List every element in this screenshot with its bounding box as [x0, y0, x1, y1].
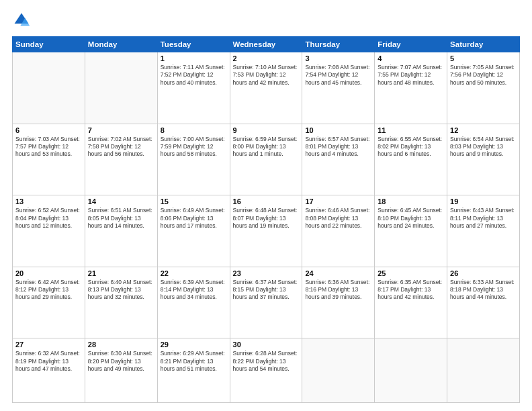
logo-icon [12, 11, 31, 30]
calendar-cell: 16Sunrise: 6:48 AM Sunset: 8:07 PM Dayli… [230, 195, 302, 267]
day-number: 17 [305, 197, 371, 205]
calendar-cell: 1Sunrise: 7:11 AM Sunset: 7:52 PM Daylig… [157, 52, 230, 124]
day-info: Sunrise: 6:49 AM Sunset: 8:06 PM Dayligh… [161, 207, 227, 230]
calendar-cell: 8Sunrise: 7:00 AM Sunset: 7:59 PM Daylig… [157, 124, 230, 195]
weekday-header-monday: Monday [85, 37, 157, 52]
calendar-cell: 18Sunrise: 6:45 AM Sunset: 8:10 PM Dayli… [375, 195, 447, 267]
day-number: 15 [161, 197, 227, 205]
day-info: Sunrise: 6:42 AM Sunset: 8:12 PM Dayligh… [15, 279, 82, 302]
day-info: Sunrise: 7:11 AM Sunset: 7:52 PM Dayligh… [161, 64, 227, 87]
day-number: 20 [15, 269, 82, 277]
calendar-cell [375, 338, 447, 403]
day-number: 4 [378, 54, 444, 62]
calendar-cell: 4Sunrise: 7:07 AM Sunset: 7:55 PM Daylig… [375, 52, 447, 124]
day-info: Sunrise: 6:54 AM Sunset: 8:03 PM Dayligh… [450, 136, 517, 158]
day-number: 11 [378, 126, 444, 134]
calendar-week-row: 13Sunrise: 6:52 AM Sunset: 8:04 PM Dayli… [13, 195, 520, 267]
calendar-cell: 19Sunrise: 6:43 AM Sunset: 8:11 PM Dayli… [447, 195, 520, 267]
calendar-cell: 13Sunrise: 6:52 AM Sunset: 8:04 PM Dayli… [13, 195, 85, 267]
weekday-header-saturday: Saturday [447, 37, 520, 52]
day-info: Sunrise: 7:05 AM Sunset: 7:56 PM Dayligh… [450, 64, 517, 87]
day-number: 24 [305, 269, 371, 277]
day-info: Sunrise: 6:51 AM Sunset: 8:05 PM Dayligh… [88, 207, 154, 230]
weekday-header-tuesday: Tuesday [157, 37, 230, 52]
day-info: Sunrise: 6:55 AM Sunset: 8:02 PM Dayligh… [378, 136, 444, 158]
calendar-cell: 27Sunrise: 6:32 AM Sunset: 8:19 PM Dayli… [13, 338, 85, 403]
calendar-week-row: 6Sunrise: 7:03 AM Sunset: 7:57 PM Daylig… [13, 124, 520, 195]
day-number: 16 [233, 197, 300, 205]
day-info: Sunrise: 7:03 AM Sunset: 7:57 PM Dayligh… [15, 136, 82, 158]
day-number: 27 [15, 340, 82, 349]
day-number: 10 [305, 126, 371, 134]
day-number: 3 [305, 54, 371, 62]
calendar-cell: 7Sunrise: 7:02 AM Sunset: 7:58 PM Daylig… [85, 124, 157, 195]
day-info: Sunrise: 6:45 AM Sunset: 8:10 PM Dayligh… [378, 207, 444, 230]
day-info: Sunrise: 6:39 AM Sunset: 8:14 PM Dayligh… [161, 279, 227, 302]
calendar-cell: 24Sunrise: 6:36 AM Sunset: 8:16 PM Dayli… [302, 267, 375, 338]
weekday-header-sunday: Sunday [13, 37, 85, 52]
calendar-cell: 14Sunrise: 6:51 AM Sunset: 8:05 PM Dayli… [85, 195, 157, 267]
calendar-cell: 28Sunrise: 6:30 AM Sunset: 8:20 PM Dayli… [85, 338, 157, 403]
calendar-cell: 11Sunrise: 6:55 AM Sunset: 8:02 PM Dayli… [375, 124, 447, 195]
day-number: 1 [161, 54, 227, 62]
day-number: 5 [450, 54, 517, 62]
weekday-header-thursday: Thursday [302, 37, 375, 52]
weekday-header-wednesday: Wednesday [230, 37, 302, 52]
day-number: 28 [88, 340, 154, 349]
day-info: Sunrise: 7:02 AM Sunset: 7:58 PM Dayligh… [88, 136, 154, 158]
day-info: Sunrise: 7:10 AM Sunset: 7:53 PM Dayligh… [233, 64, 300, 87]
calendar-cell: 30Sunrise: 6:28 AM Sunset: 8:22 PM Dayli… [230, 338, 302, 403]
day-info: Sunrise: 7:07 AM Sunset: 7:55 PM Dayligh… [378, 64, 444, 87]
calendar-week-row: 20Sunrise: 6:42 AM Sunset: 8:12 PM Dayli… [13, 267, 520, 338]
logo [12, 11, 34, 30]
day-number: 26 [450, 269, 517, 277]
calendar-cell: 3Sunrise: 7:08 AM Sunset: 7:54 PM Daylig… [302, 52, 375, 124]
calendar-cell [85, 52, 157, 124]
weekday-header-friday: Friday [375, 37, 447, 52]
calendar-cell: 25Sunrise: 6:35 AM Sunset: 8:17 PM Dayli… [375, 267, 447, 338]
day-info: Sunrise: 6:28 AM Sunset: 8:22 PM Dayligh… [233, 350, 300, 373]
day-info: Sunrise: 6:35 AM Sunset: 8:17 PM Dayligh… [378, 279, 444, 302]
day-number: 21 [88, 269, 154, 277]
calendar-cell: 12Sunrise: 6:54 AM Sunset: 8:03 PM Dayli… [447, 124, 520, 195]
day-number: 19 [450, 197, 517, 205]
day-number: 6 [15, 126, 82, 134]
day-info: Sunrise: 6:30 AM Sunset: 8:20 PM Dayligh… [88, 350, 154, 373]
day-number: 9 [233, 126, 300, 134]
day-number: 25 [378, 269, 444, 277]
day-number: 7 [88, 126, 154, 134]
calendar-week-row: 27Sunrise: 6:32 AM Sunset: 8:19 PM Dayli… [13, 338, 520, 403]
calendar-cell [447, 338, 520, 403]
day-number: 23 [233, 269, 300, 277]
calendar-cell: 15Sunrise: 6:49 AM Sunset: 8:06 PM Dayli… [157, 195, 230, 267]
calendar-cell: 21Sunrise: 6:40 AM Sunset: 8:13 PM Dayli… [85, 267, 157, 338]
day-info: Sunrise: 6:57 AM Sunset: 8:01 PM Dayligh… [305, 136, 371, 158]
day-info: Sunrise: 6:46 AM Sunset: 8:08 PM Dayligh… [305, 207, 371, 230]
day-number: 29 [161, 340, 227, 349]
day-info: Sunrise: 6:52 AM Sunset: 8:04 PM Dayligh… [15, 207, 82, 230]
day-number: 22 [161, 269, 227, 277]
day-info: Sunrise: 6:43 AM Sunset: 8:11 PM Dayligh… [450, 207, 517, 230]
calendar-cell: 23Sunrise: 6:37 AM Sunset: 8:15 PM Dayli… [230, 267, 302, 338]
day-info: Sunrise: 6:29 AM Sunset: 8:21 PM Dayligh… [161, 350, 227, 373]
calendar-cell: 20Sunrise: 6:42 AM Sunset: 8:12 PM Dayli… [13, 267, 85, 338]
day-info: Sunrise: 7:00 AM Sunset: 7:59 PM Dayligh… [161, 136, 227, 158]
day-number: 2 [233, 54, 300, 62]
day-info: Sunrise: 6:37 AM Sunset: 8:15 PM Dayligh… [233, 279, 300, 302]
day-number: 13 [15, 197, 82, 205]
day-info: Sunrise: 6:48 AM Sunset: 8:07 PM Dayligh… [233, 207, 300, 230]
header [12, 11, 520, 30]
calendar-table: SundayMondayTuesdayWednesdayThursdayFrid… [12, 36, 520, 403]
day-number: 30 [233, 340, 300, 349]
calendar-cell: 22Sunrise: 6:39 AM Sunset: 8:14 PM Dayli… [157, 267, 230, 338]
day-number: 14 [88, 197, 154, 205]
calendar-cell: 9Sunrise: 6:59 AM Sunset: 8:00 PM Daylig… [230, 124, 302, 195]
calendar-cell: 10Sunrise: 6:57 AM Sunset: 8:01 PM Dayli… [302, 124, 375, 195]
day-number: 8 [161, 126, 227, 134]
calendar-cell: 26Sunrise: 6:33 AM Sunset: 8:18 PM Dayli… [447, 267, 520, 338]
day-info: Sunrise: 6:32 AM Sunset: 8:19 PM Dayligh… [15, 350, 82, 373]
calendar-cell: 6Sunrise: 7:03 AM Sunset: 7:57 PM Daylig… [13, 124, 85, 195]
calendar-cell: 2Sunrise: 7:10 AM Sunset: 7:53 PM Daylig… [230, 52, 302, 124]
calendar-cell: 17Sunrise: 6:46 AM Sunset: 8:08 PM Dayli… [302, 195, 375, 267]
page: SundayMondayTuesdayWednesdayThursdayFrid… [0, 0, 532, 411]
